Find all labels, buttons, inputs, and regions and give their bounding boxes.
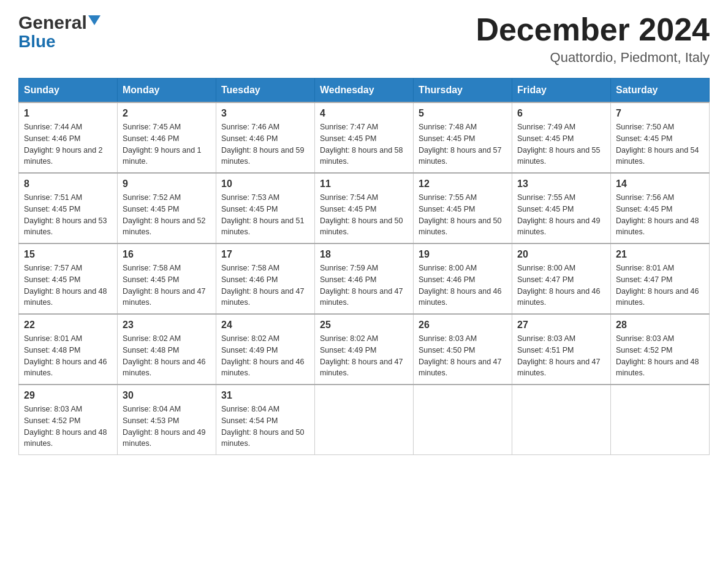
calendar-header-wednesday: Wednesday [315,79,414,103]
day-number: 7 [616,108,704,119]
day-number: 21 [616,249,704,260]
day-info: Sunrise: 7:56 AMSunset: 4:45 PMDaylight:… [616,192,704,238]
day-number: 27 [517,320,605,331]
day-info: Sunrise: 8:03 AMSunset: 4:50 PMDaylight:… [419,333,507,379]
day-number: 13 [517,178,605,190]
day-info: Sunrise: 7:45 AMSunset: 4:46 PMDaylight:… [123,121,211,167]
day-info: Sunrise: 7:59 AMSunset: 4:46 PMDaylight:… [320,262,408,308]
calendar-cell: 24Sunrise: 8:02 AMSunset: 4:49 PMDayligh… [216,314,315,385]
calendar-cell: 4Sunrise: 7:47 AMSunset: 4:45 PMDaylight… [315,102,414,173]
day-number: 12 [419,178,507,190]
day-number: 24 [221,320,309,331]
day-info: Sunrise: 8:02 AMSunset: 4:48 PMDaylight:… [123,333,211,379]
calendar-cell: 31Sunrise: 8:04 AMSunset: 4:54 PMDayligh… [216,385,315,455]
calendar-cell: 11Sunrise: 7:54 AMSunset: 4:45 PMDayligh… [315,173,414,243]
title-section: December 2024 Quattordio, Piedmont, Ital… [476,12,710,66]
calendar-header-sunday: Sunday [19,79,118,103]
calendar-cell: 12Sunrise: 7:55 AMSunset: 4:45 PMDayligh… [414,173,512,243]
calendar-cell [414,385,512,455]
calendar-cell: 21Sunrise: 8:01 AMSunset: 4:47 PMDayligh… [611,243,710,314]
day-info: Sunrise: 7:52 AMSunset: 4:45 PMDaylight:… [123,192,211,238]
logo-blue-text: Blue [18,32,56,52]
logo-arrow-icon [88,15,100,30]
day-info: Sunrise: 7:53 AMSunset: 4:45 PMDaylight:… [221,192,309,238]
calendar-cell: 18Sunrise: 7:59 AMSunset: 4:46 PMDayligh… [315,243,414,314]
calendar-cell: 28Sunrise: 8:03 AMSunset: 4:52 PMDayligh… [611,314,710,385]
calendar-cell [315,385,414,455]
calendar-header-friday: Friday [512,79,611,103]
day-number: 19 [419,249,507,260]
calendar-table: SundayMondayTuesdayWednesdayThursdayFrid… [18,78,710,455]
svg-marker-0 [88,15,100,25]
day-info: Sunrise: 8:03 AMSunset: 4:51 PMDaylight:… [517,333,605,379]
location-title: Quattordio, Piedmont, Italy [476,50,710,66]
day-number: 25 [320,320,408,331]
day-info: Sunrise: 7:47 AMSunset: 4:45 PMDaylight:… [320,121,408,167]
day-info: Sunrise: 7:54 AMSunset: 4:45 PMDaylight:… [320,192,408,238]
calendar-week-row: 15Sunrise: 7:57 AMSunset: 4:45 PMDayligh… [19,243,710,314]
calendar-header-saturday: Saturday [611,79,710,103]
day-number: 26 [419,320,507,331]
day-info: Sunrise: 7:58 AMSunset: 4:45 PMDaylight:… [123,262,211,308]
calendar-cell: 14Sunrise: 7:56 AMSunset: 4:45 PMDayligh… [611,173,710,243]
day-info: Sunrise: 8:00 AMSunset: 4:47 PMDaylight:… [517,262,605,308]
day-number: 11 [320,178,408,190]
day-info: Sunrise: 8:02 AMSunset: 4:49 PMDaylight:… [221,333,309,379]
calendar-cell: 26Sunrise: 8:03 AMSunset: 4:50 PMDayligh… [414,314,512,385]
calendar-cell: 22Sunrise: 8:01 AMSunset: 4:48 PMDayligh… [19,314,118,385]
logo-general-text: General [18,12,87,33]
calendar-cell: 19Sunrise: 8:00 AMSunset: 4:46 PMDayligh… [414,243,512,314]
calendar-cell: 5Sunrise: 7:48 AMSunset: 4:45 PMDaylight… [414,102,512,173]
day-info: Sunrise: 7:55 AMSunset: 4:45 PMDaylight:… [517,192,605,238]
day-number: 29 [24,390,112,401]
calendar-cell: 20Sunrise: 8:00 AMSunset: 4:47 PMDayligh… [512,243,611,314]
page-header: General Blue December 2024 Quattordio, P… [18,12,710,66]
calendar-cell: 30Sunrise: 8:04 AMSunset: 4:53 PMDayligh… [118,385,216,455]
day-number: 8 [24,178,112,190]
calendar-cell: 10Sunrise: 7:53 AMSunset: 4:45 PMDayligh… [216,173,315,243]
calendar-cell: 16Sunrise: 7:58 AMSunset: 4:45 PMDayligh… [118,243,216,314]
calendar-cell: 27Sunrise: 8:03 AMSunset: 4:51 PMDayligh… [512,314,611,385]
day-info: Sunrise: 8:01 AMSunset: 4:47 PMDaylight:… [616,262,704,308]
logo: General Blue [18,12,100,52]
day-info: Sunrise: 8:01 AMSunset: 4:48 PMDaylight:… [24,333,112,379]
day-info: Sunrise: 8:04 AMSunset: 4:53 PMDaylight:… [123,404,211,450]
calendar-cell [512,385,611,455]
calendar-cell: 9Sunrise: 7:52 AMSunset: 4:45 PMDaylight… [118,173,216,243]
calendar-header-tuesday: Tuesday [216,79,315,103]
day-info: Sunrise: 7:44 AMSunset: 4:46 PMDaylight:… [24,121,112,167]
day-info: Sunrise: 8:00 AMSunset: 4:46 PMDaylight:… [419,262,507,308]
day-number: 20 [517,249,605,260]
calendar-cell: 17Sunrise: 7:58 AMSunset: 4:46 PMDayligh… [216,243,315,314]
day-number: 15 [24,249,112,260]
day-number: 30 [123,390,211,401]
day-info: Sunrise: 8:03 AMSunset: 4:52 PMDaylight:… [616,333,704,379]
day-info: Sunrise: 7:50 AMSunset: 4:45 PMDaylight:… [616,121,704,167]
day-number: 23 [123,320,211,331]
day-info: Sunrise: 7:48 AMSunset: 4:45 PMDaylight:… [419,121,507,167]
day-number: 17 [221,249,309,260]
day-number: 16 [123,249,211,260]
day-info: Sunrise: 7:46 AMSunset: 4:46 PMDaylight:… [221,121,309,167]
calendar-cell: 23Sunrise: 8:02 AMSunset: 4:48 PMDayligh… [118,314,216,385]
calendar-cell: 2Sunrise: 7:45 AMSunset: 4:46 PMDaylight… [118,102,216,173]
day-number: 10 [221,178,309,190]
calendar-cell: 29Sunrise: 8:03 AMSunset: 4:52 PMDayligh… [19,385,118,455]
day-number: 28 [616,320,704,331]
day-number: 9 [123,178,211,190]
day-number: 22 [24,320,112,331]
calendar-cell: 25Sunrise: 8:02 AMSunset: 4:49 PMDayligh… [315,314,414,385]
calendar-week-row: 22Sunrise: 8:01 AMSunset: 4:48 PMDayligh… [19,314,710,385]
calendar-header-thursday: Thursday [414,79,512,103]
calendar-cell: 7Sunrise: 7:50 AMSunset: 4:45 PMDaylight… [611,102,710,173]
calendar-cell: 8Sunrise: 7:51 AMSunset: 4:45 PMDaylight… [19,173,118,243]
day-number: 5 [419,108,507,119]
day-number: 18 [320,249,408,260]
day-info: Sunrise: 7:57 AMSunset: 4:45 PMDaylight:… [24,262,112,308]
day-info: Sunrise: 7:51 AMSunset: 4:45 PMDaylight:… [24,192,112,238]
day-info: Sunrise: 7:55 AMSunset: 4:45 PMDaylight:… [419,192,507,238]
month-title: December 2024 [476,12,710,47]
day-info: Sunrise: 7:49 AMSunset: 4:45 PMDaylight:… [517,121,605,167]
calendar-header-row: SundayMondayTuesdayWednesdayThursdayFrid… [19,79,710,103]
day-info: Sunrise: 7:58 AMSunset: 4:46 PMDaylight:… [221,262,309,308]
